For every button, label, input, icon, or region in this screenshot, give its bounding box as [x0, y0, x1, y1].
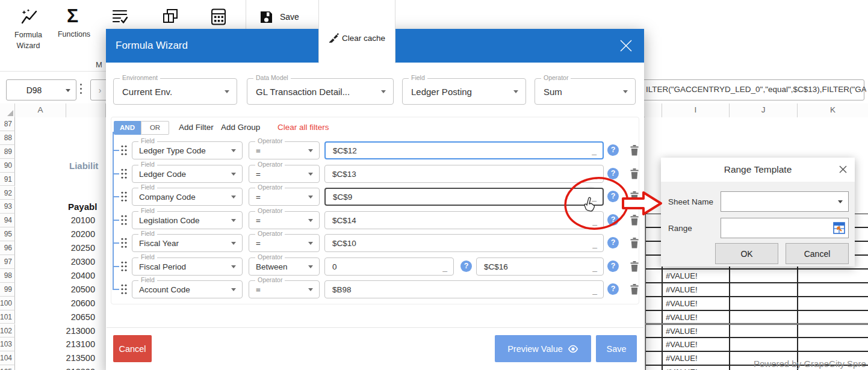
drag-handle-icon[interactable] — [120, 261, 128, 272]
row-header[interactable]: 89 — [0, 145, 15, 159]
cell[interactable] — [645, 297, 662, 310]
cell[interactable]: 20200 — [35, 229, 95, 239]
row-header[interactable]: 105 — [0, 365, 15, 370]
cell[interactable]: 20650 — [35, 312, 95, 322]
cell[interactable]: Payabl — [68, 202, 97, 212]
column-header-k[interactable]: K — [798, 103, 868, 117]
drag-handle-icon[interactable] — [120, 191, 128, 202]
drag-handle-icon[interactable] — [120, 283, 128, 295]
filter-value-input[interactable]: $C$14_ — [324, 211, 604, 229]
cell[interactable]: 20250 — [35, 243, 95, 253]
save-button[interactable]: Save — [259, 8, 313, 26]
operator-select[interactable]: Operator Sum — [535, 78, 636, 105]
delete-filter-icon[interactable] — [630, 261, 639, 272]
range-cancel-button[interactable]: Cancel — [786, 243, 849, 264]
range-template-trigger[interactable]: _ — [592, 240, 597, 248]
formula-wizard-button[interactable]: Formula Wizard — [5, 5, 52, 59]
cell[interactable]: Liabilit — [69, 161, 98, 171]
filter-field-select[interactable]: FieldLedger Code — [132, 165, 243, 183]
list-check-icon[interactable] — [112, 8, 129, 25]
error-cell[interactable]: #VALUE! — [662, 338, 730, 351]
cell[interactable] — [645, 214, 662, 227]
cell[interactable] — [730, 269, 798, 283]
cell[interactable] — [645, 227, 662, 241]
delete-filter-icon[interactable] — [630, 191, 639, 202]
row-header[interactable]: 91 — [0, 173, 15, 187]
error-cell[interactable]: #VALUE! — [662, 351, 730, 365]
functions-button[interactable]: Σ Functions — [55, 5, 93, 47]
filter-operator-select[interactable]: Operator= — [249, 188, 320, 206]
calculator-icon[interactable] — [211, 8, 227, 25]
cell[interactable] — [645, 255, 662, 269]
close-icon[interactable] — [618, 37, 634, 54]
and-toggle[interactable]: AND — [114, 121, 141, 135]
cell[interactable] — [798, 269, 868, 283]
filter-value-input[interactable]: $C$10_ — [324, 234, 604, 252]
filter-value-input[interactable]: $C$13_ — [324, 165, 604, 183]
help-icon[interactable]: ? — [607, 168, 619, 179]
row-header[interactable]: 101 — [0, 310, 15, 324]
duplicate-window-icon[interactable] — [163, 8, 179, 25]
row-header[interactable]: 88 — [0, 131, 15, 145]
cell[interactable] — [730, 338, 798, 351]
error-cell[interactable]: #VALUE! — [662, 365, 730, 370]
filter-field-select[interactable]: FieldLedger Type Code — [132, 141, 243, 159]
delete-filter-icon[interactable] — [630, 238, 639, 248]
filter-field-select[interactable]: FieldAccount Code — [132, 280, 243, 298]
range-template-trigger[interactable]: _ — [592, 171, 597, 179]
range-template-trigger[interactable]: _ — [592, 264, 597, 272]
row-header[interactable]: 90 — [0, 159, 15, 173]
cell[interactable] — [645, 310, 662, 324]
help-icon[interactable]: ? — [607, 261, 619, 272]
filter-value-input[interactable]: 0_ — [324, 257, 454, 276]
range-template-trigger[interactable]: _ — [442, 264, 447, 272]
data-model-select[interactable]: Data Model GL Transaction Detail... — [247, 78, 394, 105]
row-header[interactable]: 103 — [0, 338, 15, 351]
delete-filter-icon[interactable] — [630, 215, 639, 226]
filter-field-select[interactable]: FieldLegislation Code — [132, 211, 243, 229]
range-template-trigger[interactable]: _ — [592, 193, 597, 202]
cell[interactable] — [730, 297, 798, 310]
preview-value-button[interactable]: Preview Value — [495, 335, 591, 362]
name-box-caret-icon[interactable] — [66, 89, 70, 92]
column-header-b-sliver[interactable] — [66, 103, 106, 117]
cell[interactable]: 213500 — [35, 353, 95, 363]
filter-value-input[interactable]: $C$16_ — [476, 257, 604, 276]
row-header[interactable]: 97 — [0, 255, 15, 269]
cancel-button[interactable]: Cancel — [113, 335, 152, 362]
cell[interactable] — [798, 297, 868, 310]
cell[interactable] — [645, 338, 662, 351]
filter-value-input[interactable]: $C$9_ — [324, 188, 604, 206]
delete-filter-icon[interactable] — [630, 284, 639, 295]
cell[interactable]: 20600 — [35, 298, 95, 308]
filter-field-select[interactable]: FieldFiscal Period — [132, 257, 243, 276]
error-cell[interactable]: #VALUE! — [662, 324, 730, 338]
cell[interactable]: 20500 — [35, 285, 95, 294]
field-select[interactable]: Field Ledger Posting — [402, 78, 526, 105]
cell[interactable]: 213100 — [35, 339, 95, 349]
filter-field-select[interactable]: FieldFiscal Year — [132, 234, 243, 252]
range-ok-button[interactable]: OK — [715, 243, 778, 264]
dialog-save-button[interactable]: Save — [596, 335, 637, 362]
column-header-i[interactable]: I — [662, 103, 730, 117]
row-header[interactable]: 104 — [0, 351, 15, 365]
filter-operator-select[interactable]: Operator= — [249, 211, 320, 229]
sheet-name-select[interactable] — [721, 191, 849, 212]
help-icon[interactable]: ? — [607, 191, 619, 202]
row-header[interactable]: 98 — [0, 269, 15, 283]
filter-field-select[interactable]: FieldCompany Code — [132, 188, 243, 206]
row-header[interactable]: 96 — [0, 241, 15, 255]
drag-handle-icon[interactable] — [120, 214, 128, 226]
drag-handle-icon[interactable] — [120, 144, 128, 156]
cell[interactable] — [645, 324, 662, 338]
filter-operator-select[interactable]: Operator= — [249, 141, 320, 159]
cell[interactable] — [798, 310, 868, 324]
range-template-trigger[interactable]: _ — [592, 286, 597, 295]
error-cell[interactable]: #VALUE! — [662, 310, 730, 324]
column-header-a[interactable]: A — [15, 103, 66, 117]
cell[interactable] — [645, 365, 662, 370]
cell[interactable]: 20100 — [35, 215, 95, 225]
clear-all-filters-link[interactable]: Clear all filters — [277, 123, 329, 132]
cell[interactable] — [798, 338, 868, 351]
cell[interactable] — [730, 324, 798, 338]
